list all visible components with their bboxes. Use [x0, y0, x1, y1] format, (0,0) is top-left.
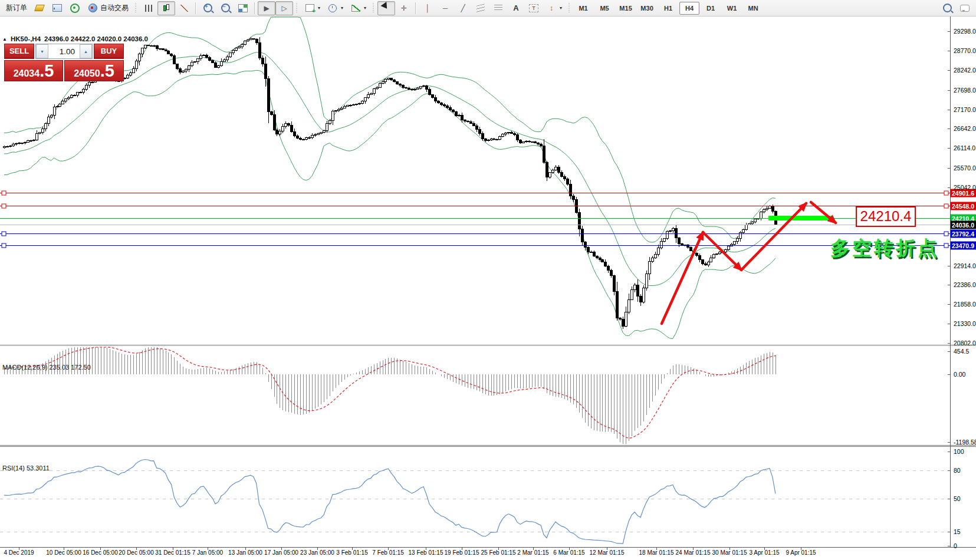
axis-tick-label: 21330.0 [954, 320, 976, 327]
chevron-down-icon: ▾ [318, 5, 320, 11]
rsi-label: RSI(14) 53.3011 [2, 465, 50, 472]
horizontal-line-icon: ─ [440, 3, 451, 14]
auto-trading-button[interactable]: 自动交易 [84, 1, 132, 15]
auto-scroll-button[interactable]: ▶ [258, 1, 275, 15]
trendline-tool-button[interactable]: ╱ [454, 1, 472, 15]
time-axis-label: 3 Apr 01:15 [749, 549, 780, 556]
axis-tick-label: 100 [954, 448, 964, 455]
terminal-button[interactable] [48, 1, 66, 15]
chat-icon [959, 3, 970, 14]
bollinger-lower-band [4, 70, 775, 338]
time-axis-label: 31 Dec 01:15 [155, 549, 190, 556]
axis-price-box-label: 24036.0 [952, 222, 974, 229]
text-tool-button[interactable]: A [507, 1, 525, 15]
indicators-icon [350, 3, 361, 14]
axis-tick-label: 26642.0 [954, 125, 976, 132]
period-button[interactable]: ▾ [324, 1, 347, 15]
timeframe-button-M5[interactable]: M5 [594, 2, 614, 15]
line-handle [2, 243, 6, 248]
tile-windows-button[interactable] [234, 1, 252, 15]
vertical-line-icon: │ [422, 3, 433, 14]
new-chart-button[interactable]: ▾ [301, 1, 324, 15]
buy-button[interactable]: BUY [94, 44, 124, 59]
channel-tool-button[interactable] [472, 1, 489, 15]
timeframe-button-MN[interactable]: MN [743, 2, 763, 15]
candlestick-icon [161, 3, 172, 14]
volume-increase-button[interactable]: ▲ [80, 44, 92, 58]
time-axis-label: 3 Feb 01:15 [336, 549, 368, 556]
macd-histogram [5, 347, 776, 444]
line-chart-mode-button[interactable] [175, 1, 193, 15]
time-axis-label: 20 Dec 05:00 [119, 549, 154, 556]
toolbar-grip [134, 3, 137, 14]
text-label-icon: T [528, 3, 539, 14]
line-handle [944, 232, 948, 236]
axis-price-box-label: 23792.4 [952, 230, 974, 238]
line-handle [2, 232, 6, 236]
toolbar-separator [195, 2, 196, 14]
symbol-title: HK50-,H4 [11, 35, 41, 42]
bar-chart-mode-button[interactable] [140, 1, 157, 15]
time-axis-label: 13 Jan 05:00 [228, 549, 262, 556]
time-axis-label: 7 Feb 01:15 [372, 549, 404, 556]
zoom-out-button[interactable]: − [216, 1, 234, 15]
text-icon: A [511, 3, 521, 14]
timeframe-button-M1[interactable]: M1 [573, 2, 593, 15]
buy-price-int: 24050 [74, 65, 100, 83]
time-axis-label: 24 Mar 01:15 [676, 549, 711, 556]
chart-canvas[interactable]: 24901.624548.024210.424036.023792.423470… [0, 0, 976, 560]
indicators-button[interactable]: ▾ [347, 1, 370, 15]
cn-annotation-text[interactable]: 多空转折点 [830, 237, 939, 259]
auto-trading-icon [87, 3, 98, 14]
volume-decrease-button[interactable]: ▼ [36, 44, 48, 58]
time-axis-label: 19 Feb 01:15 [445, 549, 479, 556]
fibonacci-icon [493, 3, 504, 14]
fibonacci-tool-button[interactable] [489, 1, 507, 15]
axis-tick-label: 25570.0 [954, 164, 976, 172]
new-order-button[interactable]: 新订单 [2, 1, 31, 15]
search-button[interactable] [938, 1, 956, 15]
zoom-in-button[interactable]: + [199, 1, 216, 15]
symbol-ohlc: 24396.0 24422.0 24020.0 24036.0 [44, 35, 148, 42]
timeframe-button-M30[interactable]: M30 [637, 2, 657, 15]
timeframe-button-D1[interactable]: D1 [701, 2, 721, 15]
sell-price-button[interactable]: 24034 .5 [4, 60, 63, 81]
symbol-header: ▲ HK50-,H4 24396.0 24422.0 24020.0 24036… [2, 35, 148, 42]
timeframe-button-M15[interactable]: M15 [616, 2, 636, 15]
text-label-tool-button[interactable]: T [525, 1, 543, 15]
axis-tick-label: 27170.0 [954, 106, 976, 113]
sell-button[interactable]: SELL [4, 44, 34, 59]
timeframe-button-W1[interactable]: W1 [722, 2, 742, 15]
chevron-down-icon: ▾ [560, 5, 562, 11]
volume-spinner: ▼ 1.00 ▲ [35, 44, 93, 59]
cursor-tool-button[interactable] [377, 1, 395, 15]
horizontal-line-tool-button[interactable]: ─ [436, 1, 454, 15]
timeframe-bar: M1M5M15M30H1H4D1W1MN [573, 2, 763, 15]
volume-value[interactable]: 1.00 [48, 44, 80, 58]
chart-profiles-button[interactable] [31, 1, 48, 15]
highlight-bar[interactable] [768, 216, 832, 220]
axis-tick-label: 15 [954, 528, 961, 535]
chevron-down-icon: ▾ [341, 5, 343, 11]
vertical-line-tool-button[interactable]: │ [419, 1, 436, 15]
axis-tick-label: -1198.58 [954, 439, 976, 446]
one-click-trading-panel: SELL ▼ 1.00 ▲ BUY 24034 .5 24050 .5 [4, 44, 124, 81]
macd-label: MACD(12,26,9) 235.03 172.50 [2, 364, 91, 371]
arrows-tool-button[interactable]: ↕▾ [543, 1, 566, 15]
strategy-tester-button[interactable] [66, 1, 84, 15]
timeframe-button-H1[interactable]: H1 [658, 2, 678, 15]
axis-tick-label: 29298.0 [954, 28, 976, 35]
chat-button[interactable] [956, 1, 974, 15]
new-chart-icon [304, 3, 315, 14]
layers-icon [34, 3, 45, 14]
zoom-in-icon: + [202, 3, 213, 14]
radar-icon [70, 3, 80, 14]
time-axis-label: 9 Apr 01:15 [786, 549, 816, 556]
time-axis-label: 17 Jan 05:00 [264, 549, 298, 556]
sell-price-int: 24034 [14, 65, 40, 83]
buy-price-button[interactable]: 24050 .5 [64, 60, 124, 81]
crosshair-tool-button[interactable]: ✛ [395, 1, 413, 15]
chart-shift-button[interactable]: ▷ [275, 1, 293, 15]
candlestick-mode-button[interactable] [157, 1, 175, 15]
timeframe-button-H4[interactable]: H4 [679, 2, 699, 15]
